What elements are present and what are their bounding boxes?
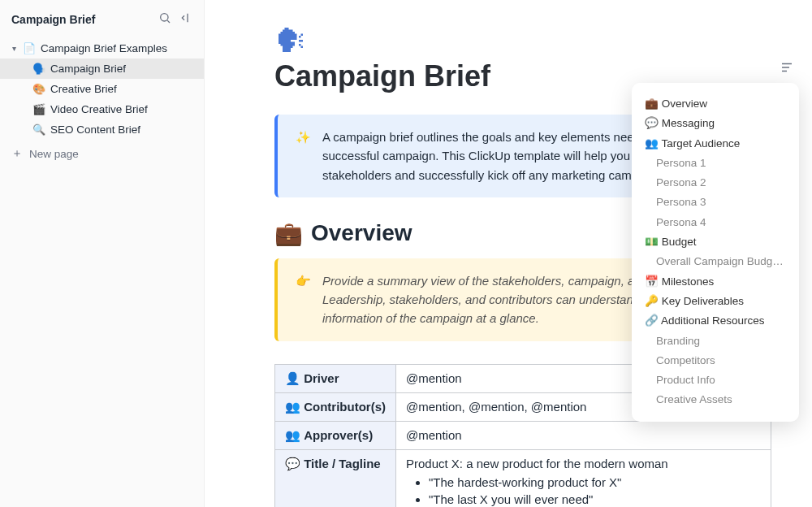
table-row: 💬 Title / Tagline Product X: a new produ… <box>275 449 771 507</box>
sidebar: Campaign Brief ▾ 📄 Campaign Brief Exampl… <box>0 0 205 507</box>
toc-subitem[interactable]: Branding <box>645 332 786 351</box>
sidebar-item[interactable]: 🗣️Campaign Brief <box>0 58 204 79</box>
toc-toggle-icon[interactable] <box>780 60 794 79</box>
sidebar-item[interactable]: 🔍SEO Content Brief <box>0 119 204 140</box>
new-page-label: New page <box>29 148 79 160</box>
tree-root[interactable]: ▾ 📄 Campaign Brief Examples <box>0 38 204 58</box>
toc-item[interactable]: 💬 Messaging <box>645 114 786 133</box>
toc-subitem[interactable]: Competitors <box>645 351 786 370</box>
collapse-sidebar-icon[interactable] <box>179 11 192 27</box>
sidebar-header: Campaign Brief <box>0 8 204 35</box>
sidebar-item[interactable]: 🎨Creative Brief <box>0 79 204 99</box>
toc-item[interactable]: 💼 Overview <box>645 94 786 114</box>
toc-subitem[interactable]: Overall Campaign Budget: $3,… <box>645 252 786 271</box>
page-icon: 🔍 <box>32 124 45 136</box>
sidebar-item-label: SEO Content Brief <box>50 124 140 136</box>
toc-subitem[interactable]: Persona 3 <box>645 193 786 212</box>
plus-icon: ＋ <box>11 146 23 161</box>
table-row: 👥 Approver(s) @mention <box>275 421 771 449</box>
page-emoji[interactable]: 🗣 <box>274 23 307 59</box>
sparkles-icon: ✨ <box>296 128 311 184</box>
workspace-title: Campaign Brief <box>11 13 95 26</box>
table-of-contents: 💼 Overview💬 Messaging👥 Target AudiencePe… <box>632 83 799 422</box>
sidebar-item-label: Video Creative Brief <box>50 103 148 115</box>
page-icon: 🎬 <box>32 103 45 115</box>
toc-subitem[interactable]: Persona 1 <box>645 154 786 173</box>
toc-subitem[interactable]: Creative Assets <box>645 390 786 410</box>
page-icon: 🗣️ <box>32 63 45 75</box>
toc-subitem[interactable]: Product Info <box>645 370 786 390</box>
toc-item[interactable]: 💵 Budget <box>645 232 786 252</box>
page-tree: ▾ 📄 Campaign Brief Examples 🗣️Campaign B… <box>0 38 204 140</box>
toc-item[interactable]: 👥 Target Audience <box>645 134 786 154</box>
main-content: 🗣 Campaign Brief ✨ A campaign brief outl… <box>205 0 812 507</box>
new-page-button[interactable]: ＋ New page <box>0 140 204 167</box>
briefcase-icon: 💼 <box>274 220 303 247</box>
toc-item[interactable]: 📅 Milestones <box>645 272 786 292</box>
toc-item[interactable]: 🔗 Additional Resources <box>645 311 786 331</box>
point-right-icon: 👉 <box>296 271 311 328</box>
tree-root-label: Campaign Brief Examples <box>41 42 167 54</box>
sidebar-item-label: Creative Brief <box>50 83 117 95</box>
svg-point-0 <box>161 14 168 21</box>
page-icon: 🎨 <box>32 83 45 95</box>
chevron-down-icon[interactable]: ▾ <box>10 44 18 53</box>
toc-subitem[interactable]: Persona 4 <box>645 213 786 232</box>
toc-item[interactable]: 🔑 Key Deliverables <box>645 292 786 311</box>
toc-subitem[interactable]: Persona 2 <box>645 173 786 193</box>
search-icon[interactable] <box>158 11 171 27</box>
page-icon: 📄 <box>23 42 36 54</box>
svg-line-1 <box>167 20 170 23</box>
sidebar-item-label: Campaign Brief <box>50 63 126 75</box>
sidebar-item[interactable]: 🎬Video Creative Brief <box>0 99 204 119</box>
